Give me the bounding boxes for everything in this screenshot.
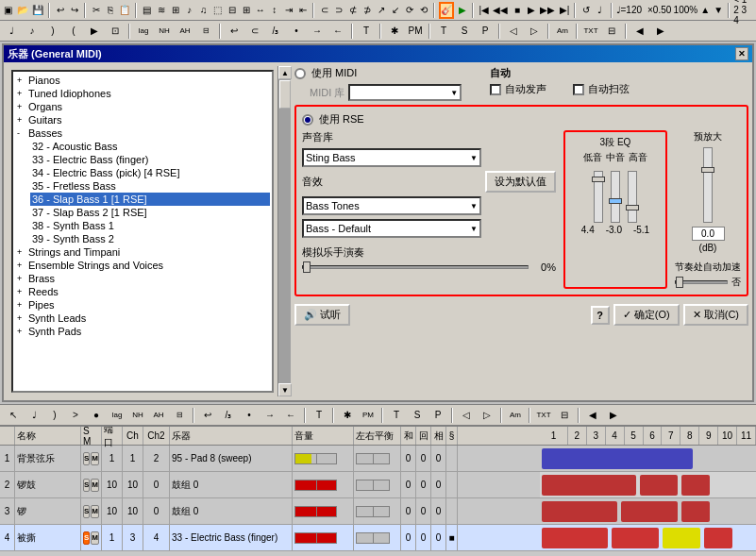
copy-btn[interactable]: ⎘ (104, 2, 116, 19)
tb11[interactable]: ⇥ (282, 2, 294, 19)
row1-s-btn[interactable]: S (83, 452, 90, 465)
tree-tuned[interactable]: + Tuned Idiophones (15, 87, 270, 100)
ffw-btn[interactable]: ▶▶ (539, 2, 556, 19)
prev-btn[interactable]: |◀ (478, 2, 490, 19)
new-btn[interactable]: ▣ (2, 2, 14, 19)
tb18[interactable]: ↙ (389, 2, 401, 19)
t-q5[interactable]: ← (281, 407, 300, 424)
row3-s-btn[interactable]: S (83, 505, 90, 518)
tb19[interactable]: ⟳ (403, 2, 415, 19)
sound-select[interactable]: Sting Bass ▼ (302, 148, 481, 167)
tb7[interactable]: ⊟ (226, 2, 238, 19)
row2-volume[interactable] (293, 472, 354, 497)
eq-low-slider[interactable] (594, 171, 603, 223)
pattern-row-1[interactable] (540, 446, 756, 472)
tb12[interactable]: ⇤ (296, 2, 309, 19)
t-r1[interactable]: T (310, 407, 328, 424)
row1-m-btn[interactable]: M (91, 452, 99, 465)
tb1[interactable]: ▤ (141, 2, 153, 19)
pattern-row-3[interactable] (540, 498, 756, 525)
tree-guitars[interactable]: + Guitars (15, 113, 270, 126)
row2-name[interactable]: 锣鼓 (15, 472, 81, 497)
bass-fretless[interactable]: 35 - Fretless Bass (30, 179, 270, 193)
tb8[interactable]: ⊞ (240, 2, 252, 19)
tree-synth-leads[interactable]: + Synth Leads (15, 312, 270, 325)
play-btn[interactable]: ▶ (456, 2, 468, 19)
t2-2[interactable]: ♪ (23, 23, 42, 40)
metro-btn[interactable]: ♩ (594, 2, 606, 19)
t-w1[interactable]: ◀ (583, 407, 602, 424)
pattern-block-3-1[interactable] (542, 501, 617, 522)
row4-m-btn[interactable]: M (91, 531, 99, 545)
t2-h1[interactable]: TXT (581, 23, 600, 40)
t-p1[interactable]: ) (45, 407, 64, 424)
bass-acoustic[interactable]: 32 - Acoustic Bass (30, 140, 270, 153)
tree-scrollbar[interactable]: ▲ ▼ (277, 66, 291, 396)
row1-instrument[interactable]: 95 - Pad 8 (sweep) (170, 446, 293, 471)
stop-btn[interactable]: ■ (511, 2, 523, 19)
t2-c1[interactable]: T (357, 23, 376, 40)
t2-nh[interactable]: NH (155, 23, 174, 40)
tree-brass[interactable]: + Brass (15, 272, 270, 285)
t-q3[interactable]: • (240, 407, 259, 424)
pattern-block-4-4[interactable] (704, 528, 732, 548)
row1-pan[interactable] (354, 446, 401, 471)
instrument-btn[interactable]: 🎸 (439, 2, 454, 19)
scroll-up-btn[interactable]: ▲ (278, 66, 292, 79)
bass-synth1[interactable]: 38 - Synth Bass 1 (30, 219, 270, 232)
t-w2[interactable]: ▶ (604, 407, 623, 424)
row3-m-btn[interactable]: M (91, 505, 99, 518)
open-btn[interactable]: 📂 (16, 2, 29, 19)
t2-lag[interactable]: lag (134, 23, 153, 40)
t2-e2[interactable]: S (455, 23, 474, 40)
tb20[interactable]: ⟲ (417, 2, 429, 19)
row3-volume[interactable] (293, 498, 354, 524)
eq-low-thumb[interactable] (592, 177, 605, 182)
listen-btn[interactable]: 🔊 试听 (294, 304, 350, 326)
tb16[interactable]: ⊅ (361, 2, 373, 19)
rhythm-track[interactable] (675, 280, 728, 284)
pattern-block-3-2[interactable] (621, 501, 678, 522)
pattern-block-4-1[interactable] (542, 528, 608, 548)
rew-btn[interactable]: ◀◀ (492, 2, 509, 19)
t2-i1[interactable]: ◀ (630, 23, 649, 40)
bass-electric-finger[interactable]: 33 - Electric Bass (finger) (30, 153, 270, 166)
tb14[interactable]: ⊃ (332, 2, 344, 19)
t-p5[interactable]: NH (128, 407, 147, 424)
tree-reeds[interactable]: + Reeds (15, 285, 270, 298)
t2-ah[interactable]: AH (176, 23, 194, 40)
t2-1[interactable]: ♩ (2, 23, 21, 40)
t-s1[interactable]: ✱ (338, 407, 357, 424)
row4-name[interactable]: 被撕 (15, 525, 81, 550)
t-q2[interactable]: /₃ (219, 407, 238, 424)
row2-s-btn[interactable]: S (83, 479, 90, 492)
t-p4[interactable]: lag (108, 407, 126, 424)
t2-b2[interactable]: ⊂ (245, 23, 264, 40)
row4-volume[interactable] (293, 525, 354, 550)
t2-b1[interactable]: ↩ (225, 23, 244, 40)
gain-thumb[interactable] (701, 167, 714, 173)
simulate-thumb[interactable] (303, 261, 311, 273)
midi-library-select[interactable]: ▼ (348, 84, 462, 101)
t-q1[interactable]: ↩ (198, 407, 217, 424)
t-v1[interactable]: ⊟ (555, 407, 574, 424)
zoom-down[interactable]: ▼ (713, 2, 724, 19)
auto-sweep-checkbox[interactable] (573, 84, 584, 95)
t2-3[interactable]: ) (43, 23, 62, 40)
tree-ensemble[interactable]: + Ensemble Strings and Voices (15, 259, 270, 272)
tb10[interactable]: ↕ (268, 2, 280, 19)
t-t2[interactable]: S (408, 407, 427, 424)
t2-b4[interactable]: • (287, 23, 306, 40)
save-btn[interactable]: 💾 (31, 2, 44, 19)
effect-select[interactable]: Bass Tones ▼ (302, 196, 481, 215)
redo-btn[interactable]: ↪ (68, 2, 80, 19)
row1-name[interactable]: 背景弦乐 (15, 446, 81, 471)
t2-m[interactable]: ⊟ (196, 23, 215, 40)
t-p3[interactable]: ● (87, 407, 106, 424)
pattern-block-4-3[interactable] (663, 528, 700, 548)
t2-d2[interactable]: PM (406, 23, 425, 40)
t2-b3[interactable]: /₃ (266, 23, 285, 40)
t-note[interactable]: ♩ (25, 407, 43, 424)
play2-btn[interactable]: ▶ (525, 2, 537, 19)
pattern-row-2[interactable] (540, 472, 756, 498)
